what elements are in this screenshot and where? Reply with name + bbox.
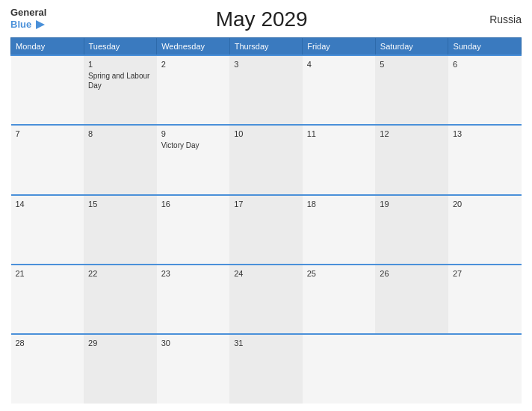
day-number: 8 — [88, 129, 152, 138]
calendar-cell: 3 — [229, 55, 303, 125]
calendar-cell: 22 — [84, 265, 157, 334]
calendar-cell: 17 — [229, 195, 303, 265]
day-number: 1 — [88, 60, 152, 69]
calendar-header-row: MondayTuesdayWednesdayThursdayFridaySatu… — [11, 38, 522, 56]
calendar-cell: 24 — [229, 265, 303, 334]
event-label: Spring and Labour Day — [88, 71, 152, 90]
calendar-cell: 27 — [448, 265, 522, 334]
calendar-cell: 30 — [157, 334, 230, 404]
calendar-cell: 5 — [375, 55, 448, 125]
day-number: 29 — [88, 339, 152, 347]
calendar-cell: 12 — [375, 125, 448, 194]
calendar-cell: 7 — [11, 125, 84, 194]
logo: General Blue — [10, 7, 46, 31]
calendar-cell — [448, 334, 522, 404]
day-number: 6 — [453, 60, 517, 69]
calendar-row-0: 1Spring and Labour Day23456 — [11, 55, 522, 125]
day-number: 5 — [380, 60, 444, 69]
day-number: 11 — [307, 129, 371, 138]
calendar-cell — [11, 55, 84, 125]
logo-blue-text: Blue — [10, 19, 31, 30]
day-number: 12 — [380, 129, 444, 138]
calendar-cell — [375, 334, 448, 404]
calendar-cell: 8 — [84, 125, 157, 194]
calendar-cell: 15 — [84, 195, 157, 265]
calendar-cell: 6 — [448, 55, 522, 125]
calendar-cell: 4 — [303, 55, 376, 125]
calendar-row-4: 28293031 — [11, 334, 522, 404]
day-number: 31 — [234, 339, 298, 347]
calendar-cell: 9Victory Day — [157, 125, 230, 194]
day-number: 18 — [307, 200, 371, 208]
calendar-row-3: 21222324252627 — [11, 265, 522, 334]
calendar-cell: 26 — [375, 265, 448, 334]
day-number: 26 — [380, 269, 444, 278]
calendar-cell: 23 — [157, 265, 230, 334]
col-header-saturday: Saturday — [375, 38, 448, 56]
calendar-cell: 2 — [157, 55, 230, 125]
day-number: 4 — [307, 60, 371, 69]
col-header-wednesday: Wednesday — [157, 38, 230, 56]
calendar-cell: 10 — [229, 125, 303, 194]
col-header-sunday: Sunday — [448, 38, 522, 56]
day-number: 7 — [16, 129, 80, 138]
day-number: 19 — [380, 200, 444, 208]
day-number: 16 — [161, 200, 226, 208]
calendar-cell: 16 — [157, 195, 230, 265]
calendar-cell: 18 — [303, 195, 376, 265]
calendar-table: MondayTuesdayWednesdayThursdayFridaySatu… — [10, 37, 522, 404]
calendar-cell: 25 — [303, 265, 376, 334]
day-number: 23 — [161, 269, 226, 278]
day-number: 24 — [234, 269, 298, 278]
day-number: 28 — [16, 339, 80, 347]
calendar-page: General Blue May 2029 Russia MondayTuesd… — [0, 0, 532, 411]
logo-flag-icon — [33, 18, 46, 31]
day-number: 21 — [16, 269, 80, 278]
svg-marker-0 — [36, 20, 45, 29]
day-number: 20 — [453, 200, 517, 208]
day-number: 10 — [234, 129, 298, 138]
calendar-cell — [303, 334, 376, 404]
calendar-row-2: 14151617181920 — [11, 195, 522, 265]
header: General Blue May 2029 Russia — [10, 7, 522, 31]
logo-general-text: General — [10, 7, 46, 18]
event-label: Victory Day — [161, 140, 226, 150]
calendar-cell: 19 — [375, 195, 448, 265]
calendar-cell: 20 — [448, 195, 522, 265]
day-number: 15 — [88, 200, 152, 208]
day-number: 13 — [453, 129, 517, 138]
calendar-cell: 28 — [11, 334, 84, 404]
calendar-cell: 11 — [303, 125, 376, 194]
day-number: 27 — [453, 269, 517, 278]
calendar-cell: 31 — [229, 334, 303, 404]
calendar-title: May 2029 — [46, 7, 477, 31]
day-number: 30 — [161, 339, 226, 347]
col-header-thursday: Thursday — [229, 38, 303, 56]
calendar-cell: 13 — [448, 125, 522, 194]
day-number: 2 — [161, 60, 226, 69]
day-number: 17 — [234, 200, 298, 208]
col-header-tuesday: Tuesday — [84, 38, 157, 56]
day-number: 25 — [307, 269, 371, 278]
calendar-cell: 14 — [11, 195, 84, 265]
day-number: 22 — [88, 269, 152, 278]
day-number: 9 — [161, 129, 226, 138]
calendar-cell: 1Spring and Labour Day — [84, 55, 157, 125]
calendar-row-1: 789Victory Day10111213 — [11, 125, 522, 194]
day-number: 3 — [234, 60, 298, 69]
calendar-cell: 29 — [84, 334, 157, 404]
col-header-monday: Monday — [11, 38, 84, 56]
calendar-cell: 21 — [11, 265, 84, 334]
col-header-friday: Friday — [303, 38, 376, 56]
country-label: Russia — [477, 13, 522, 25]
day-number: 14 — [16, 200, 80, 208]
